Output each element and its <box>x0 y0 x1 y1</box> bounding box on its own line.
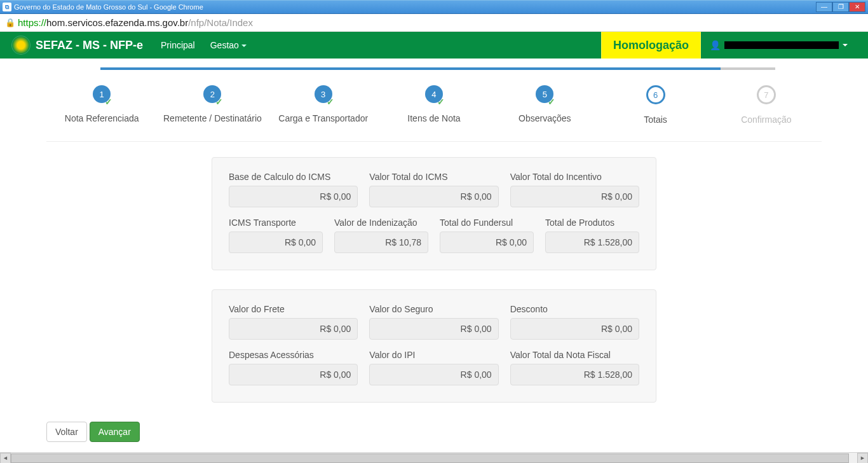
label-fundersul: Total do Fundersul <box>440 218 534 228</box>
url-path: /nfp/Nota/Index <box>188 17 253 28</box>
label-despesas: Despesas Acessórias <box>229 350 358 360</box>
input-vtotal-icms <box>369 186 498 207</box>
input-total-nota <box>510 364 639 385</box>
input-frete <box>229 318 358 340</box>
input-vtotal-incentivo <box>510 186 639 207</box>
step-2[interactable]: 2✓ Remetente / Destinatário <box>157 85 268 123</box>
horizontal-scrollbar[interactable]: ◄ ► <box>0 452 868 455</box>
scroll-thumb[interactable] <box>11 453 849 455</box>
window-minimize-button[interactable]: — <box>816 2 832 12</box>
chevron-down-icon <box>241 45 247 47</box>
check-icon: ✓ <box>104 97 113 106</box>
step-line-pending <box>721 67 775 70</box>
user-icon: 👤 <box>710 40 721 50</box>
step-5[interactable]: 5✓ Observações <box>489 85 600 123</box>
label-icms-transporte: ICMS Transporte <box>229 218 323 228</box>
check-icon: ✓ <box>326 97 335 106</box>
label-desconto: Desconto <box>510 304 639 314</box>
url-bar[interactable]: 🔒 https://hom.servicos.efazenda.ms.gov.b… <box>0 14 868 32</box>
wizard-stepper: 1✓ Nota Referenciada 2✓ Remetente / Dest… <box>46 59 822 142</box>
label-total-nota: Valor Total da Nota Fiscal <box>510 350 639 360</box>
chevron-down-icon <box>843 44 848 46</box>
label-vtotal-incentivo: Valor Total do Incentivo <box>510 172 639 182</box>
step-4[interactable]: 4✓ Itens de Nota <box>379 85 489 123</box>
top-nav: SEFAZ - MS - NFP-e Principal Gestao Homo… <box>0 32 868 59</box>
scroll-track[interactable] <box>11 453 857 455</box>
scroll-right-arrow[interactable]: ► <box>857 453 868 455</box>
check-icon: ✓ <box>215 97 224 106</box>
check-icon: ✓ <box>547 97 556 106</box>
lock-icon: 🔒 <box>5 18 15 27</box>
panel-valores: Valor do Frete Valor do Seguro Desconto … <box>212 289 656 403</box>
brand-logo <box>11 36 31 55</box>
nav-gestao[interactable]: Gestao <box>210 40 247 50</box>
step-1[interactable]: 1✓ Nota Referenciada <box>46 85 157 123</box>
label-indenizacao: Valor de Indenização <box>334 218 428 228</box>
panel-impostos: Base de Calculo do ICMS Valor Total do I… <box>212 157 656 270</box>
input-despesas <box>229 364 358 385</box>
url-host: hom.servicos.efazenda.ms.gov.br <box>46 17 188 28</box>
env-badge: Homologação <box>601 32 701 59</box>
input-indenizacao <box>334 232 428 253</box>
step-line-done <box>100 67 721 70</box>
step-3[interactable]: 3✓ Carga e Transportador <box>268 85 379 123</box>
label-seguro: Valor do Seguro <box>369 304 498 314</box>
label-vtotal-icms: Valor Total do ICMS <box>369 172 498 182</box>
scroll-left-arrow[interactable]: ◄ <box>0 453 11 455</box>
step-7[interactable]: 7 Confirmação <box>711 85 822 125</box>
chrome-favicon: ⧉ <box>3 3 11 11</box>
window-close-button[interactable]: ✕ <box>849 2 865 12</box>
label-frete: Valor do Frete <box>229 304 358 314</box>
user-name-redacted <box>724 41 839 49</box>
avancar-button[interactable]: Avançar <box>90 422 140 442</box>
label-base-icms: Base de Calculo do ICMS <box>229 172 358 182</box>
input-total-produtos <box>545 232 639 253</box>
input-fundersul <box>440 232 534 253</box>
nav-principal[interactable]: Principal <box>161 40 195 50</box>
input-ipi <box>369 364 498 385</box>
user-menu[interactable]: 👤 <box>701 32 857 59</box>
label-total-produtos: Total de Produtos <box>545 218 639 228</box>
brand-title: SEFAZ - MS - NFP-e <box>36 39 143 52</box>
label-ipi: Valor do IPI <box>369 350 498 360</box>
input-desconto <box>510 318 639 340</box>
step-6[interactable]: 6 Totais <box>600 85 710 125</box>
url-scheme: https:// <box>18 17 46 28</box>
window-maximize-button[interactable]: ❐ <box>832 2 849 12</box>
input-seguro <box>369 318 498 340</box>
check-icon: ✓ <box>437 97 445 106</box>
window-titlebar: ⧉ Governo do Estado de Mato Grosso do Su… <box>0 0 868 14</box>
input-base-icms <box>229 186 358 207</box>
input-icms-transporte <box>229 232 323 253</box>
voltar-button[interactable]: Voltar <box>46 422 87 442</box>
window-title: Governo do Estado de Mato Grosso do Sul … <box>14 3 203 11</box>
